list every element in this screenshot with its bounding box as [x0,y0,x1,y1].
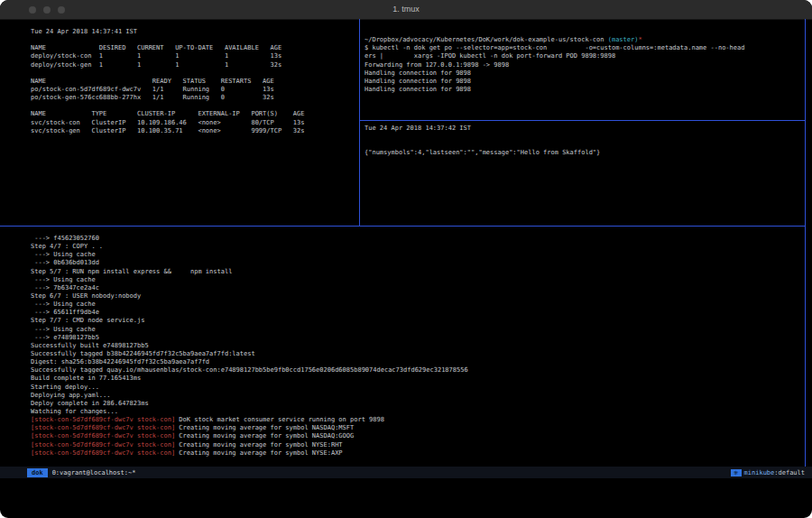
terminal-line: deploy/stock-con 1 1 1 1 13s [31,52,355,60]
terminal-line: Tue 24 Apr 2018 14:37:41 IST [31,28,355,36]
terminal-line: ---> f45623052760 [31,235,802,243]
terminal-line: svc/stock-gen ClusterIP 10.100.35.71 <no… [31,127,355,135]
terminal-line: Starting deploy... [31,384,802,392]
terminal-line: ---> Using cache [31,276,802,284]
terminal-line [31,69,355,78]
terminal-line: Successfully built e74898127bb5 [31,342,802,350]
terminal-line: Watching for changes... [31,408,802,416]
terminal-window: 1. tmux Tue 24 Apr 2018 14:37:41 IST NAM… [0,0,812,518]
terminal-line: ---> Using cache [31,251,802,259]
pane-divider-right[interactable] [360,120,806,121]
terminal-line: Tue 24 Apr 2018 14:37:42 IST [364,125,801,133]
window-title: 1. tmux [0,5,812,14]
kube-context: minikube [744,469,775,476]
pane-divider-vertical[interactable] [359,19,360,226]
terminal-line: Handling connection for 9898 [364,78,801,86]
terminal-line: Forwarding from 127.0.0.1:9898 -> 9898 [364,61,801,69]
terminal-line: po/stock-con-5d7df689cf-dwc7v 1/1 Runnin… [31,86,355,94]
terminal-line: [stock-con-5d7df689cf-dwc7v stock-con] C… [31,424,802,432]
terminal-line: Step 7/7 : CMD node service.js [31,317,802,325]
terminal-line: ~/Dropbox/advocacy/Kubernetes/DoK/work/d… [364,36,801,44]
terminal-line [31,102,355,110]
terminal-line: $ kubectl -n dok get po --selector=app=s… [364,44,801,52]
terminal-line: po/stock-gen-576cc688bb-277hx 1/1 Runnin… [31,94,355,102]
terminal-line: ---> 7b6347ce2a4c [31,284,802,292]
terminal-line [364,133,801,141]
terminal-line: Handling connection for 9898 [364,69,801,78]
terminal-line: ---> Using cache [31,301,802,309]
terminal-line: Deploying app.yaml... [31,392,802,400]
terminal-line: [stock-con-5d7df689cf-dwc7v stock-con] C… [31,432,802,440]
terminal-line: NAME READY STATUS RESTARTS AGE [31,78,355,86]
terminal-line: {"numsymbols":4,"lastseen":"","message":… [364,149,801,157]
terminal-line: Step 4/7 : COPY . . [31,243,802,251]
terminal-line: Successfully tagged b38b42246945fd7f32c5… [31,350,802,358]
terminal-line: Digest: sha256:b38b42246945fd7f32c5ba9ae… [31,358,802,366]
terminal-line [364,141,801,149]
terminal-line: NAME TYPE CLUSTER-IP EXTERNAL-IP PORT(S)… [31,110,355,118]
terminal-line: deploy/stock-gen 1 1 1 1 32s [31,61,355,69]
terminal-line: Successfully tagged quay.io/mhausenblas/… [31,366,802,375]
pane-border-right-edge [805,19,806,467]
terminal-line: ---> 65611ff9db4e [31,309,802,317]
terminal-line: svc/stock-con ClusterIP 10.109.186.46 <n… [31,119,355,127]
terminal-line: ---> Using cache [31,326,802,334]
terminal-line: [stock-con-5d7df689cf-dwc7v stock-con] C… [31,449,802,458]
pane-curl-output[interactable]: Tue 24 Apr 2018 14:37:42 IST {"numsymbol… [360,121,805,226]
pane-kubectl-watch[interactable]: Tue 24 Apr 2018 14:37:41 IST NAME DESIRE… [0,19,359,226]
terminal-line: ---> 0b636bd013dd [31,259,802,267]
terminal-line [364,28,801,36]
window-tab[interactable]: 0:vagrant@localhost:~* [52,469,136,476]
pane-shell-port-forward[interactable]: ~/Dropbox/advocacy/Kubernetes/DoK/work/d… [360,19,805,120]
session-badge: dok [27,468,48,477]
terminal-line [31,36,355,44]
terminal-line: ers | xargs -IPOD kubectl -n dok port-fo… [364,52,801,60]
kubernetes-helm-icon: ⎈ [731,469,742,476]
terminal-line: Deploy complete in 286.647823ms [31,400,802,408]
terminal-line: [stock-con-5d7df689cf-dwc7v stock-con] C… [31,441,802,449]
terminal-line: Build complete in 77.165413ms [31,375,802,383]
terminal-line: NAME DESIRED CURRENT UP-TO-DATE AVAILABL… [31,44,355,52]
terminal-line: Step 6/7 : USER nobody:nobody [31,292,802,301]
pane-skaffold-log[interactable]: ---> f45623052760Step 4/7 : COPY . . ---… [0,227,806,467]
status-left: dok 0:vagrant@localhost:~* [27,468,135,477]
title-bar: 1. tmux [0,0,812,20]
terminal-line: Step 5/7 : RUN npm install express && np… [31,268,802,276]
terminal-line: [stock-con-5d7df689cf-dwc7v stock-con] D… [31,416,802,424]
pane-divider-horizontal[interactable] [0,226,806,227]
status-right: ⎈ minikube :default [731,469,805,476]
terminal-line: Handling connection for 9898 [364,86,801,94]
terminal-line: ---> e74898127bb5 [31,334,802,342]
status-bar: dok 0:vagrant@localhost:~* ⎈ minikube :d… [0,467,812,478]
kube-namespace: :default [774,469,805,476]
